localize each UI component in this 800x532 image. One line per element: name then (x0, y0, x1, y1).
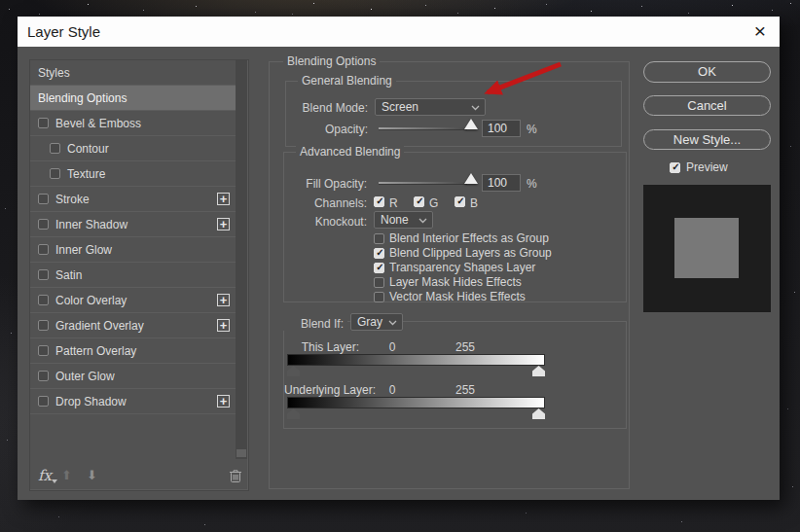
sidebar-item-blending-options[interactable]: Blending Options (30, 86, 236, 111)
opacity-label: Opacity: (286, 123, 368, 136)
fx-menu-icon[interactable]: fx (38, 468, 52, 483)
move-effect-up-icon[interactable]: ⬆ (61, 468, 72, 482)
sidebar-item-label: Drop Shadow (55, 395, 127, 408)
option-vector-mask-hides[interactable]: Vector Mask Hides Effects (374, 290, 526, 303)
underlying-max-value: 255 (453, 383, 478, 397)
sidebar-item-satin[interactable]: Satin (30, 263, 236, 288)
option-blend-interior[interactable]: Blend Interior Effects as Group (374, 231, 549, 245)
option-checkbox[interactable] (374, 263, 384, 273)
option-label: Blend Interior Effects as Group (389, 231, 549, 245)
underlying-black-slider[interactable] (287, 408, 300, 419)
blend-if-label: Blend If: (282, 317, 347, 331)
preview-label: Preview (686, 160, 728, 174)
fill-opacity-value-field[interactable]: 100 (482, 174, 521, 192)
option-label: Vector Mask Hides Effects (389, 290, 526, 303)
underlying-white-slider[interactable] (532, 408, 545, 419)
channel-r-label: R (389, 196, 398, 210)
fill-opacity-label: Fill Opacity: (284, 177, 367, 191)
this-layer-max-value: 255 (453, 340, 478, 354)
sidebar-item-drop-shadow[interactable]: Drop Shadow + (30, 389, 236, 414)
add-effect-button[interactable]: + (217, 193, 230, 205)
blend-mode-value: Screen (382, 100, 418, 114)
option-transparency-shapes[interactable]: Transparency Shapes Layer (374, 261, 535, 274)
close-icon[interactable]: × (749, 18, 771, 45)
add-effect-button[interactable]: + (217, 319, 230, 332)
move-effect-down-icon[interactable]: ⬇ (87, 468, 97, 482)
sidebar-item-texture[interactable]: Texture (30, 161, 236, 187)
chevron-down-icon (418, 218, 427, 224)
this-layer-min-value: 0 (384, 340, 400, 354)
sidebar-scrollbar[interactable] (236, 60, 247, 459)
add-effect-button[interactable]: + (217, 395, 230, 408)
opacity-slider-thumb[interactable] (464, 119, 478, 129)
delete-effect-icon[interactable] (229, 469, 242, 487)
advanced-blending-group: Advanced Blending Fill Opacity: 100 % Ch… (283, 152, 627, 302)
add-effect-button[interactable]: + (217, 294, 230, 306)
sidebar-item-styles[interactable]: Styles (30, 60, 236, 86)
fill-opacity-slider-thumb[interactable] (464, 173, 478, 184)
effect-checkbox[interactable] (38, 118, 49, 128)
sidebar-item-gradient-overlay[interactable]: Gradient Overlay + (30, 313, 236, 338)
effect-checkbox[interactable] (38, 219, 49, 230)
effect-checkbox[interactable] (38, 371, 49, 381)
option-layer-mask-hides[interactable]: Layer Mask Hides Effects (374, 275, 522, 289)
cancel-button[interactable]: Cancel (643, 95, 771, 116)
sidebar-item-pattern-overlay[interactable]: Pattern Overlay (30, 338, 236, 364)
advanced-blending-legend: Advanced Blending (296, 145, 404, 159)
blend-mode-dropdown[interactable]: Screen (375, 98, 486, 116)
channel-b-checkbox[interactable] (455, 196, 465, 207)
blend-if-value: Gray (357, 315, 382, 329)
this-layer-black-slider[interactable] (287, 366, 300, 376)
effect-checkbox[interactable] (50, 143, 60, 154)
sidebar-item-outer-glow[interactable]: Outer Glow (30, 364, 236, 389)
panel-title: Blending Options (283, 54, 380, 68)
sidebar-item-bevel-emboss[interactable]: Bevel & Emboss (30, 111, 236, 136)
effect-checkbox[interactable] (38, 269, 49, 280)
sidebar-item-contour[interactable]: Contour (30, 136, 236, 161)
sidebar-item-label: Styles (38, 66, 70, 80)
sidebar-item-inner-glow[interactable]: Inner Glow (30, 237, 236, 263)
add-effect-button[interactable]: + (217, 218, 230, 231)
sidebar-item-stroke[interactable]: Stroke + (30, 187, 236, 212)
fill-opacity-slider-track[interactable] (379, 182, 467, 185)
new-style-button[interactable]: New Style... (643, 129, 771, 150)
channel-g-checkbox[interactable] (414, 196, 424, 207)
knockout-value: None (381, 213, 409, 227)
this-layer-label: This Layer: (284, 340, 359, 354)
option-checkbox[interactable] (374, 248, 384, 259)
channel-r-checkbox[interactable] (374, 196, 384, 207)
sidebar-item-color-overlay[interactable]: Color Overlay + (30, 288, 236, 313)
option-blend-clipped[interactable]: Blend Clipped Layers as Group (374, 246, 552, 260)
option-label: Layer Mask Hides Effects (389, 275, 522, 289)
preview-toggle[interactable]: Preview (670, 160, 728, 174)
effect-checkbox[interactable] (38, 244, 49, 255)
sidebar-item-label: Inner Shadow (55, 218, 127, 231)
ok-button[interactable]: OK (643, 61, 771, 83)
styles-sidebar: Styles Blending Options Bevel & Emboss C… (29, 59, 249, 491)
general-blending-group: General Blending Blend Mode: Screen Opac… (285, 81, 622, 147)
this-layer-white-slider[interactable] (532, 366, 545, 376)
effect-checkbox[interactable] (38, 295, 49, 305)
sidebar-item-inner-shadow[interactable]: Inner Shadow + (30, 212, 236, 237)
preview-checkbox[interactable] (670, 162, 680, 173)
effect-checkbox[interactable] (38, 345, 49, 356)
sidebar-item-label: Color Overlay (55, 294, 127, 307)
knockout-dropdown[interactable]: None (374, 211, 433, 229)
blend-if-dropdown[interactable]: Gray (350, 313, 403, 331)
opacity-value-field[interactable]: 100 (482, 120, 521, 137)
opacity-slider-track[interactable] (379, 127, 467, 130)
channel-b-label: B (470, 196, 478, 210)
scrollbar-thumb[interactable] (236, 449, 246, 457)
blend-mode-label: Blend Mode: (286, 101, 368, 115)
option-checkbox[interactable] (374, 233, 384, 244)
effect-checkbox[interactable] (50, 168, 60, 179)
dialog-titlebar[interactable]: Layer Style × (18, 17, 780, 47)
effect-checkbox[interactable] (38, 320, 49, 331)
effect-checkbox[interactable] (38, 194, 49, 204)
effect-checkbox[interactable] (38, 396, 49, 407)
option-label: Blend Clipped Layers as Group (389, 246, 552, 260)
underlying-gradient-bar (287, 397, 545, 408)
option-checkbox[interactable] (374, 292, 384, 302)
screenshot-stage: Layer Style × Styles Blending Options Be… (0, 0, 800, 532)
option-checkbox[interactable] (374, 277, 384, 288)
